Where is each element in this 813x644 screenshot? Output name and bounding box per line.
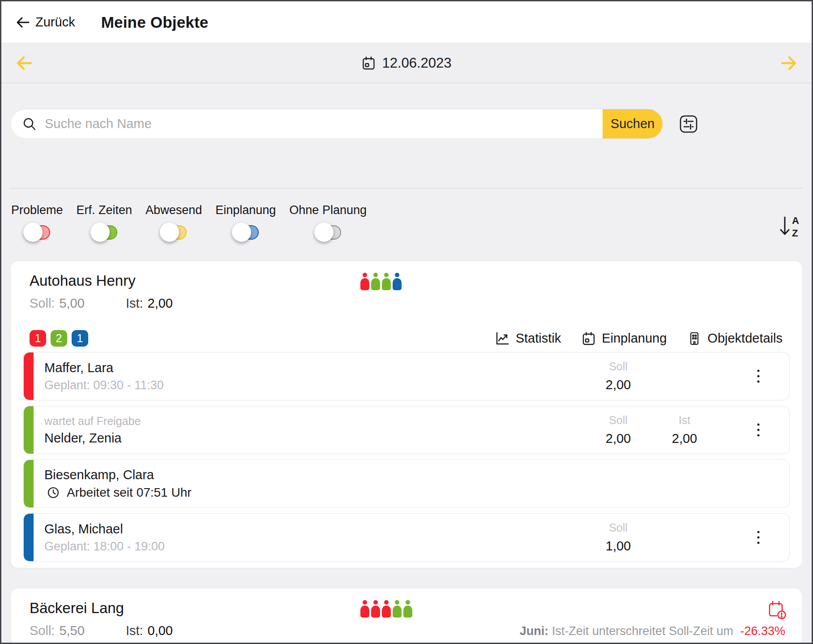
card-header: Bäckerei Lang (23, 599, 790, 617)
count-badge[interactable]: 1 (72, 330, 88, 347)
search-button[interactable]: Suchen (603, 109, 663, 139)
date-navigation-bar: 12.06.2023 (1, 43, 812, 83)
calendar-alert-icon[interactable] (767, 600, 787, 621)
soll-column-label: Soll (594, 521, 643, 534)
soll-metric: Soll 2,00 (594, 360, 643, 392)
soll-label: Soll: (30, 623, 55, 638)
svg-text:A: A (792, 215, 799, 226)
statistik-label: Statistik (516, 331, 561, 346)
soll-column-value: 2,00 (594, 431, 643, 446)
calendar-icon (361, 56, 376, 70)
ist-label: Ist: (126, 623, 143, 638)
current-date[interactable]: 12.06.2023 (361, 55, 451, 71)
row-menu-button[interactable] (755, 367, 762, 386)
person-icon (371, 273, 380, 290)
date-text: 12.06.2023 (382, 55, 451, 71)
person-icon (360, 600, 369, 618)
page-title: Meine Objekte (101, 13, 209, 31)
objektdetails-button[interactable]: Objektdetails (687, 331, 783, 346)
status-badges: 121 (30, 330, 88, 347)
working-since-text: Arbeitet seit 07:51 Uhr (67, 485, 192, 500)
search-input[interactable] (45, 109, 603, 138)
undertime-warning: Juni: Ist-Zeit unterschreitet Soll-Zeit … (520, 624, 790, 638)
soll-metric: Soll 2,00 (594, 414, 643, 446)
toggle-ohne-planung[interactable] (314, 224, 342, 241)
next-day-arrow-icon[interactable] (779, 55, 798, 71)
ist-value: 0,00 (148, 623, 173, 638)
filter-label: Abwesend (145, 203, 202, 217)
ist-metric: Ist 2,00 (660, 414, 709, 446)
einplanung-label: Einplanung (602, 331, 667, 346)
soll-column-value: 1,00 (594, 539, 643, 554)
badge-action-row: 121 Statistik Einplanung (23, 330, 790, 347)
person-icon (382, 600, 391, 618)
employee-working-status: Arbeitet seit 07:51 Uhr (44, 485, 691, 500)
sort-alphabetical-button[interactable]: A Z (779, 214, 802, 238)
count-badge[interactable]: 2 (51, 330, 67, 347)
count-badge[interactable]: 1 (30, 330, 46, 347)
calendar-icon (582, 331, 596, 346)
building-icon (687, 331, 702, 346)
person-icon (393, 273, 402, 290)
employee-list: Maffer, Lara Geplant: 09:30 - 11:30 Soll… (23, 352, 790, 562)
toggle-einplanung[interactable] (232, 224, 260, 241)
employee-row-biesenkamp-clara[interactable]: Biesenkamp, Clara Arbeitet seit 07:51 Uh… (23, 459, 790, 508)
filter-probleme[interactable]: Probleme (11, 203, 63, 241)
person-icon (382, 273, 391, 290)
clock-icon (47, 486, 60, 499)
soll-column-value: 2,00 (594, 378, 643, 392)
toggle-abwesend[interactable] (160, 224, 188, 241)
ist-column-value: 2,00 (660, 431, 709, 446)
filter-erf-zeiten[interactable]: Erf. Zeiten (77, 203, 133, 241)
employee-count-icons (360, 600, 412, 618)
search-icon (22, 117, 37, 131)
warning-percentage: -26.33% (740, 624, 785, 638)
sort-az-icon: A Z (779, 214, 802, 238)
einplanung-button[interactable]: Einplanung (582, 331, 667, 346)
statistik-button[interactable]: Statistik (495, 331, 561, 346)
card-header: Autohaus Henry (23, 272, 790, 290)
employee-row-glas-michael[interactable]: Glas, Michael Geplant: 18:00 - 19:00 Sol… (23, 513, 790, 562)
back-arrow-icon (16, 16, 30, 29)
person-icon (403, 600, 412, 618)
objektdetails-label: Objektdetails (707, 331, 783, 346)
chart-icon (495, 331, 510, 346)
back-label: Zurück (35, 15, 75, 30)
soll-column-label: Soll (594, 414, 643, 427)
top-navigation-bar: Zurück Meine Objekte (1, 1, 812, 43)
sliders-icon (678, 114, 699, 134)
row-menu-button[interactable] (755, 421, 762, 439)
filter-label: Einplanung (215, 203, 276, 217)
filter-settings-button[interactable] (678, 114, 699, 134)
filter-label: Ohne Planung (289, 203, 367, 217)
ist-label: Ist: (126, 296, 143, 311)
filter-abwesend[interactable]: Abwesend (145, 203, 202, 241)
svg-text:Z: Z (792, 228, 798, 238)
employee-row-maffer-lara[interactable]: Maffer, Lara Geplant: 09:30 - 11:30 Soll… (23, 352, 790, 400)
soll-label: Soll: (30, 296, 55, 311)
search-section: Suchen (10, 109, 803, 139)
row-menu-button[interactable] (755, 528, 762, 547)
card-actions: Statistik Einplanung (495, 331, 783, 346)
toggle-probleme[interactable] (23, 224, 51, 241)
toggle-erf-zeiten[interactable] (90, 224, 118, 241)
soll-metric: Soll 1,00 (594, 521, 643, 554)
ist-value: 2,00 (148, 296, 173, 311)
filter-ohne-planung[interactable]: Ohne Planung (289, 203, 367, 241)
warning-month: Juni: (520, 624, 549, 638)
soll-value: 5,00 (59, 296, 84, 311)
object-soll-ist-line: Soll: 5,00 Ist: 2,00 (23, 296, 790, 309)
object-card-autohaus-henry: Autohaus Henry Soll: 5,00 Ist: 2,00 121 … (10, 261, 803, 568)
filter-einplanung[interactable]: Einplanung (215, 203, 276, 241)
soll-value: 5,50 (59, 623, 84, 638)
person-icon (393, 600, 402, 618)
employee-count-icons (360, 273, 402, 290)
previous-day-arrow-icon[interactable] (15, 55, 34, 71)
warning-text: Ist-Zeit unterschreitet Soll-Zeit um (552, 624, 737, 638)
person-icon (360, 273, 369, 290)
search-bar: Suchen (10, 109, 663, 139)
filter-label: Erf. Zeiten (77, 203, 133, 217)
back-button[interactable]: Zurück (16, 15, 75, 30)
person-icon (371, 600, 380, 618)
employee-row-nelder-zenia[interactable]: wartet auf Freigabe Nelder, Zenia Soll 2… (23, 406, 790, 454)
